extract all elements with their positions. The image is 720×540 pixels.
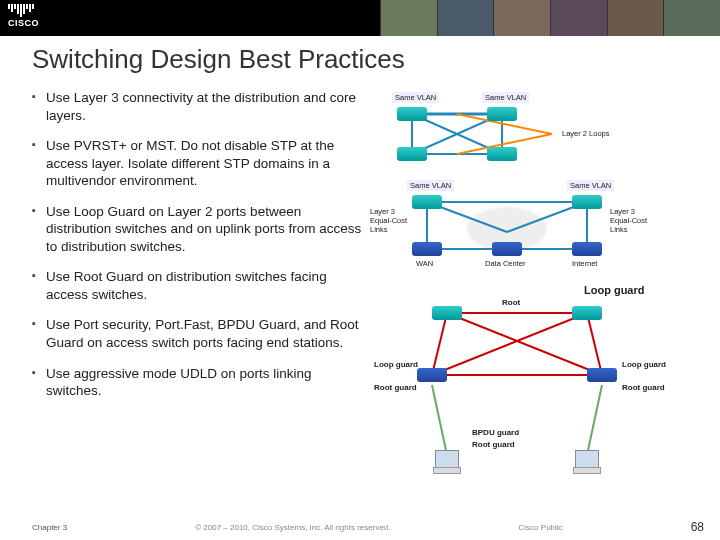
loop-guard-label: Loop guard [374,360,418,369]
bottom-label: Internet [572,259,597,268]
cisco-logo: CISCO [8,4,39,28]
root-label: Root [502,298,520,307]
bottom-label: Data Center [485,259,525,268]
figures-column: Same VLAN Same VLAN Layer 2 Loops Same V… [362,89,700,498]
root-guard-label: Root guard [622,383,665,392]
switch-icon [432,306,462,320]
vlan-label: Same VLAN [407,180,454,191]
bullet-item: Use Loop Guard on Layer 2 ports between … [32,203,362,256]
footer: Chapter 3 © 2007 – 2010, Cisco Systems, … [0,520,720,534]
switch-icon [572,306,602,320]
figure-layer3-links: Same VLAN Same VLAN Layer 3 Equal-Cost L… [372,177,700,272]
l3-label: Layer 3 Equal-Cost Links [370,207,407,234]
loops-label: Layer 2 Loops [562,129,610,138]
root-guard-label: Root guard [472,440,515,449]
bottom-label: WAN [416,259,433,268]
page-number: 68 [691,520,704,534]
svg-line-20 [432,385,447,455]
bullet-item: Use PVRST+ or MST. Do not disable STP at… [32,137,362,190]
svg-line-15 [432,313,447,375]
bpdu-guard-label: BPDU guard [472,428,519,437]
loop-guard-label: Loop guard [584,284,645,296]
switch-icon [487,147,517,161]
chapter-label: Chapter 3 [32,523,67,532]
bullet-item: Use Layer 3 connectivity at the distribu… [32,89,362,124]
bullet-list: Use Layer 3 connectivity at the distribu… [32,89,362,498]
header-photo-strip [380,0,720,36]
switch-icon [487,107,517,121]
copyright-text: © 2007 – 2010, Cisco Systems, Inc. All r… [195,523,390,532]
switch-icon [572,195,602,209]
svg-line-16 [587,313,602,375]
slide-title: Switching Design Best Practices [0,36,720,89]
switch-icon [397,107,427,121]
header-bar: CISCO [0,0,720,36]
svg-line-17 [447,313,602,375]
pc-icon [572,450,600,474]
svg-line-18 [432,313,587,375]
root-guard-label: Root guard [374,383,417,392]
vlan-label: Same VLAN [567,180,614,191]
public-label: Cisco Public [519,523,563,532]
bullet-item: Use aggressive mode UDLD on ports linkin… [32,365,362,400]
switch-icon [412,195,442,209]
bullet-item: Use Port security, Port.Fast, BPDU Guard… [32,316,362,351]
logo-text: CISCO [8,18,39,28]
bullet-item: Use Root Guard on distribution switches … [32,268,362,303]
switch-icon [417,368,447,382]
l3-label: Layer 3 Equal-Cost Links [610,207,647,234]
pc-icon [432,450,460,474]
switch-icon [412,242,442,256]
figure-layer2-loops: Same VLAN Same VLAN Layer 2 Loops [372,89,700,169]
svg-line-21 [587,385,602,455]
switch-icon [492,242,522,256]
switch-icon [397,147,427,161]
figure-loop-root-guard: Loop guard Root Loop guard Root guard Lo… [372,280,700,490]
vlan-label: Same VLAN [392,92,439,103]
switch-icon [587,368,617,382]
loop-guard-label: Loop guard [622,360,666,369]
vlan-label: Same VLAN [482,92,529,103]
switch-icon [572,242,602,256]
